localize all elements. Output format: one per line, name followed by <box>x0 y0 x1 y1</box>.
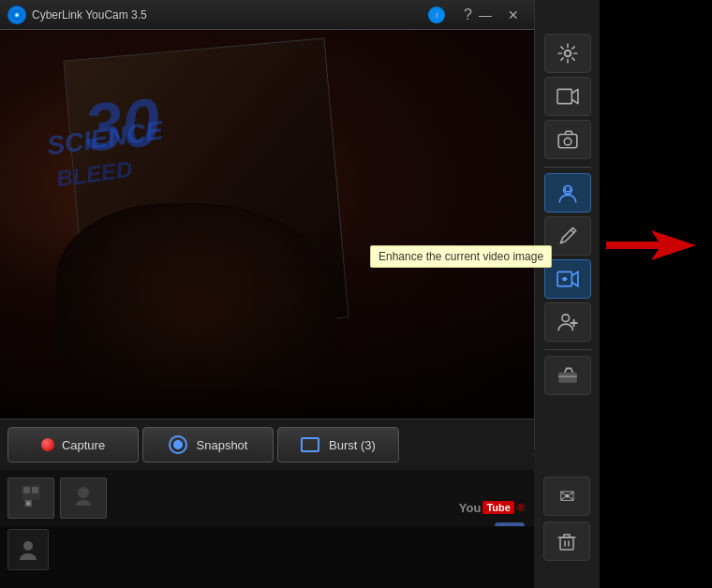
minimize-button[interactable]: — <box>472 5 498 25</box>
mail-icon: ✉ <box>559 485 575 507</box>
svg-point-2 <box>16 13 19 16</box>
update-icon[interactable]: ↑ <box>428 7 445 23</box>
arrow-indicator <box>604 227 698 264</box>
side-action-buttons: ✉ <box>534 449 600 588</box>
help-button[interactable]: ? <box>464 7 472 23</box>
sidebar-btn-enhance-video[interactable] <box>544 259 591 299</box>
window-controls: — ✕ <box>472 5 527 25</box>
bottom-bar: Capture Snapshot Burst (3) <box>0 419 534 470</box>
sidebar-btn-drawing[interactable] <box>544 216 591 256</box>
svg-text:▣: ▣ <box>24 498 33 507</box>
sidebar-btn-camera-settings[interactable] <box>544 120 591 159</box>
svg-marker-5 <box>606 230 696 260</box>
svg-point-15 <box>562 315 570 322</box>
svg-point-23 <box>23 541 33 551</box>
svg-text:↑: ↑ <box>435 11 438 20</box>
svg-rect-7 <box>557 89 571 103</box>
person-icon-1: ▣ <box>20 483 42 513</box>
email-button[interactable]: ✉ <box>543 477 590 516</box>
trash-icon <box>556 531 577 551</box>
thumb-person-2[interactable] <box>60 478 107 519</box>
snapshot-button[interactable]: Snapshot <box>142 427 274 463</box>
svg-point-14 <box>562 277 566 281</box>
delete-button[interactable] <box>543 522 590 561</box>
sidebar-btn-video-effects[interactable] <box>544 77 591 116</box>
burst-label: Burst (3) <box>329 438 376 452</box>
app-icon <box>7 6 26 24</box>
snapshot-label: Snapshot <box>197 438 248 452</box>
svg-point-6 <box>564 51 571 57</box>
sidebar-btn-add-participant[interactable] <box>544 302 591 342</box>
svg-rect-18 <box>23 487 30 493</box>
camera-overlay <box>0 225 534 419</box>
close-button[interactable]: ✕ <box>500 5 527 25</box>
youtube-badge[interactable]: You Tube ® <box>459 501 525 515</box>
burst-icon <box>301 437 319 452</box>
sidebar-btn-settings[interactable] <box>544 34 591 73</box>
title-bar: CyberLink YouCam 3.5 ↑ ? — ✕ <box>0 0 534 30</box>
sidebar-separator-1 <box>544 167 591 168</box>
svg-point-9 <box>564 138 571 145</box>
youtube-you: You <box>459 501 482 515</box>
svg-rect-16 <box>558 373 577 383</box>
sidebar-btn-face-login[interactable] <box>544 173 591 213</box>
capture-button[interactable]: Capture <box>7 427 139 463</box>
svg-point-21 <box>78 487 89 498</box>
record-indicator <box>41 438 54 451</box>
camera-feed-area: 30 SCIENCE BLEED <box>0 30 534 419</box>
app-title: CyberLink YouCam 3.5 <box>32 8 423 22</box>
snapshot-icon <box>169 435 187 454</box>
youtube-tube: Tube <box>482 501 513 514</box>
youtube-trademark: ® <box>517 502 525 513</box>
capture-label: Capture <box>62 438 105 452</box>
burst-button[interactable]: Burst (3) <box>277 427 399 463</box>
sidebar-separator-2 <box>544 349 591 350</box>
thumb-person-1[interactable]: ▣ <box>7 478 54 519</box>
svg-rect-19 <box>32 487 38 493</box>
svg-point-11 <box>564 188 566 190</box>
person-thumb-bottom[interactable] <box>7 529 49 570</box>
svg-point-12 <box>569 188 571 190</box>
person-icon-2 <box>72 483 95 513</box>
bottom-area <box>0 526 534 588</box>
sidebar-btn-clear[interactable] <box>544 356 591 395</box>
camera-feed: 30 SCIENCE BLEED <box>0 30 534 419</box>
person-icon-bottom <box>16 537 40 562</box>
svg-rect-22 <box>560 537 573 550</box>
